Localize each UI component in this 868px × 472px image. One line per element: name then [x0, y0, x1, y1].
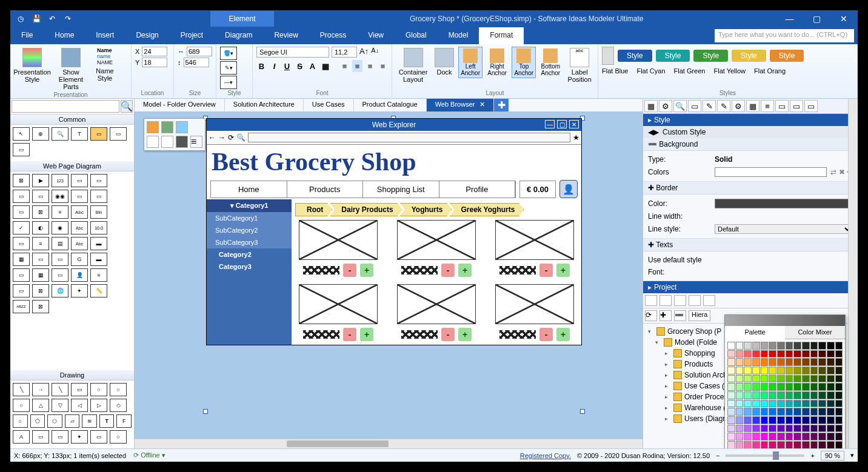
color-swatch[interactable]: [835, 342, 843, 350]
color-swatch[interactable]: [827, 375, 835, 383]
color-swatch[interactable]: [744, 383, 752, 391]
color-swatch[interactable]: [810, 342, 818, 350]
color-swatch[interactable]: [736, 425, 744, 433]
increment-button[interactable]: +: [556, 264, 570, 277]
increment-button[interactable]: +: [458, 264, 472, 277]
color-swatch[interactable]: [793, 425, 801, 433]
color-swatch[interactable]: [769, 441, 776, 448]
color-swatch[interactable]: [818, 342, 826, 350]
color-swatch[interactable]: [727, 391, 735, 399]
menu-search[interactable]: Type here what you want to do... (CTRL+Q…: [715, 29, 854, 42]
subcat[interactable]: SubCategory2: [207, 224, 292, 236]
menu-format[interactable]: Format: [479, 27, 524, 44]
color-swatch[interactable]: [727, 367, 735, 374]
color-swatch[interactable]: [736, 342, 744, 350]
color-swatch[interactable]: [769, 342, 776, 350]
dock-button[interactable]: Dock: [433, 47, 456, 77]
color-swatch[interactable]: [786, 383, 793, 391]
color-swatch[interactable]: [802, 350, 810, 358]
line-style-button[interactable]: —▾: [220, 76, 237, 89]
style-pill-3[interactable]: Style: [732, 50, 766, 62]
color-swatch[interactable]: [769, 367, 776, 374]
max-icon[interactable]: ▢: [557, 120, 567, 128]
color-swatch[interactable]: [744, 425, 752, 433]
color-swatch[interactable]: [744, 416, 752, 424]
search-icon[interactable]: 🔍: [121, 100, 133, 113]
color-swatch[interactable]: [769, 425, 776, 433]
presentation-style-button[interactable]: Presentation Style: [14, 47, 50, 84]
color-swatch[interactable]: [835, 375, 843, 383]
color-swatch[interactable]: [810, 416, 818, 424]
color-swatch[interactable]: [786, 342, 793, 350]
color-swatch[interactable]: [769, 400, 776, 408]
nav-home[interactable]: Home: [211, 181, 287, 198]
color-swatch[interactable]: [777, 367, 785, 374]
color-swatch[interactable]: [727, 433, 735, 440]
color-swatch[interactable]: [727, 408, 735, 416]
subcat[interactable]: SubCategory3: [207, 236, 292, 248]
color-swatch[interactable]: [752, 375, 760, 383]
color-swatch[interactable]: [736, 441, 744, 448]
color-swatch[interactable]: [827, 408, 835, 416]
color-swatch[interactable]: [777, 441, 785, 448]
color-swatch[interactable]: [793, 358, 801, 366]
color-swatch[interactable]: [786, 400, 793, 408]
color-swatch[interactable]: [727, 441, 735, 448]
color-swatch[interactable]: [744, 358, 752, 366]
width-input[interactable]: [187, 47, 212, 56]
color-swatch[interactable]: [793, 350, 801, 358]
color-swatch[interactable]: [727, 400, 735, 408]
color-swatch[interactable]: [736, 416, 744, 424]
color-swatch[interactable]: [727, 383, 735, 391]
color-swatch[interactable]: [777, 400, 785, 408]
color-swatch[interactable]: [752, 441, 760, 448]
color-swatch[interactable]: [818, 358, 826, 366]
color-swatch[interactable]: [786, 408, 793, 416]
search-icon[interactable]: 🔍: [236, 133, 245, 142]
menu-view[interactable]: View: [357, 27, 395, 44]
color-swatch[interactable]: [769, 383, 776, 391]
align-justify-button[interactable]: ≡: [378, 60, 388, 72]
background-section[interactable]: ➖ Background: [643, 138, 858, 151]
grow-font-button[interactable]: A↑: [359, 47, 369, 58]
horizontal-scrollbar[interactable]: [135, 439, 643, 448]
color-swatch[interactable]: [761, 425, 769, 433]
color-swatch[interactable]: [835, 358, 843, 366]
color-swatch[interactable]: [786, 433, 793, 440]
color-swatch[interactable]: [818, 416, 826, 424]
undo-icon[interactable]: ↶: [47, 13, 58, 24]
label-position-button[interactable]: abcLabel Position: [565, 47, 594, 84]
color-swatch[interactable]: [818, 375, 826, 383]
app-icon[interactable]: ◷: [15, 13, 26, 24]
color-swatch[interactable]: [744, 367, 752, 374]
color-swatch[interactable]: [777, 350, 785, 358]
color-swatch[interactable]: [802, 441, 810, 448]
shrink-font-button[interactable]: A↓: [371, 47, 379, 58]
save-icon[interactable]: 💾: [31, 13, 42, 24]
y-input[interactable]: [142, 58, 167, 67]
color-swatch[interactable]: [727, 342, 735, 350]
redo-icon[interactable]: ↷: [62, 13, 73, 24]
color-swatch[interactable]: [835, 350, 843, 358]
color-swatch[interactable]: [761, 441, 769, 448]
color-swatch[interactable]: [744, 391, 752, 399]
color-swatch[interactable]: [736, 358, 744, 366]
color-swatch[interactable]: [818, 350, 826, 358]
breadcrumb-item[interactable]: Greek Yoghurts: [449, 203, 524, 216]
color-swatch[interactable]: [827, 441, 835, 448]
pointer-tool[interactable]: ↖: [13, 127, 30, 141]
decrement-button[interactable]: -: [539, 264, 553, 277]
height-input[interactable]: [184, 58, 209, 67]
x-input[interactable]: [142, 47, 167, 56]
line-color-button[interactable]: ✎▾: [220, 61, 237, 75]
breadcrumb-item[interactable]: Root: [295, 203, 332, 216]
forward-icon[interactable]: →: [218, 133, 225, 142]
color-swatch[interactable]: [827, 358, 835, 366]
color-swatch[interactable]: [835, 400, 843, 408]
color-swatch[interactable]: [744, 441, 752, 448]
color-swatch[interactable]: [736, 350, 744, 358]
color-swatch[interactable]: [744, 350, 752, 358]
line-style-select[interactable]: Default: [715, 224, 853, 234]
menu-global[interactable]: Global: [395, 27, 438, 44]
color-swatch[interactable]: [769, 408, 776, 416]
